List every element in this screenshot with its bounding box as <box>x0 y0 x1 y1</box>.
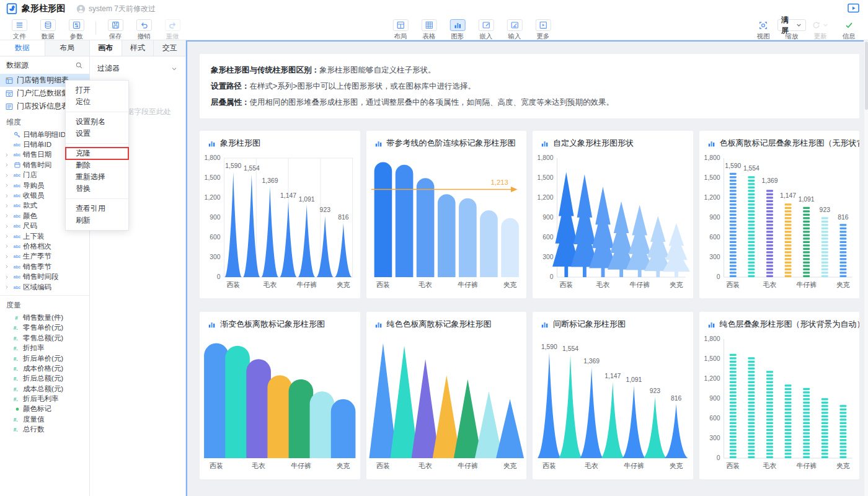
panel-tab-样式[interactable]: 样式 <box>122 40 154 56</box>
measure-field[interactable]: 颜色标记 <box>0 404 89 414</box>
search-icon[interactable] <box>75 61 83 69</box>
chart-card[interactable]: 色板离散标记层叠象形柱形图（无形状背03006009001,2001,5001,… <box>699 131 860 298</box>
toolbar-info-button[interactable]: 信息 <box>835 19 863 41</box>
chevron-right-icon[interactable] <box>4 275 11 280</box>
toolbar-view-button[interactable]: 视图 <box>749 19 777 41</box>
menu-item-替换[interactable]: 替换 <box>66 183 128 195</box>
toolbar-input-button[interactable]: 输入 <box>500 19 529 41</box>
svg-text:毛衣: 毛衣 <box>596 281 610 288</box>
toolbar-file-button[interactable]: 文件 <box>5 19 33 41</box>
svg-text:abc: abc <box>14 224 21 229</box>
chevron-right-icon[interactable] <box>4 224 11 229</box>
svg-text:1,091: 1,091 <box>299 196 315 203</box>
toolbar-redo-button[interactable]: 重做 <box>158 19 187 41</box>
svg-text:西装: 西装 <box>376 281 390 288</box>
dimension-field[interactable]: abc价格档次 <box>0 241 89 251</box>
chevron-down-icon[interactable] <box>170 65 178 73</box>
toolbar-update-button[interactable]: 更新 <box>806 19 835 41</box>
chevron-right-icon[interactable] <box>4 213 11 218</box>
measure-field[interactable]: #.成本总额(元) <box>0 384 89 394</box>
panel-tab-画布[interactable]: 画布 <box>90 40 122 56</box>
canvas-scrollbar[interactable] <box>864 40 868 496</box>
toolbar-more-button[interactable]: 更多 <box>529 19 557 41</box>
chevron-down-icon <box>795 22 802 29</box>
sidebar-tab-数据[interactable]: 数据 <box>0 40 45 56</box>
field-label: 销售时间段 <box>23 272 59 281</box>
abc-icon: abc <box>11 223 23 229</box>
measure-field[interactable]: #.折扣率 <box>0 343 89 353</box>
filter-row[interactable]: 过滤器 <box>90 56 185 79</box>
toolbar-data-button[interactable]: 数据 <box>33 19 62 41</box>
menu-item-克隆[interactable]: 克隆 <box>66 148 128 159</box>
chart-card[interactable]: 自定义象形柱形图形状03006009001,2001,5001,800西装毛衣牛… <box>533 131 693 298</box>
chevron-right-icon[interactable] <box>4 244 11 249</box>
toolbar-undo-button[interactable]: 撤销 <box>130 19 158 41</box>
toolbar-layout-button[interactable]: 布局 <box>386 19 415 41</box>
zoom-value-dropdown[interactable]: 满屏 <box>777 19 806 31</box>
chart-card[interactable]: 带参考线的色阶连续标记象形柱形图1,213西装毛衣牛仔裤夹克 <box>366 131 527 298</box>
measure-field[interactable]: #销售数量(件) <box>0 312 89 322</box>
chevron-right-icon[interactable] <box>4 173 11 178</box>
toolbar-embed-button[interactable]: 嵌入 <box>472 19 500 41</box>
chevron-right-icon[interactable] <box>4 153 11 157</box>
svg-text:600: 600 <box>709 234 720 241</box>
dimension-field[interactable]: abc上下装 <box>0 231 89 241</box>
hashdot-icon: #. <box>11 416 23 423</box>
chevron-right-icon[interactable] <box>4 285 11 290</box>
svg-text:#: # <box>15 315 18 321</box>
toolbar-item-label: 更多 <box>536 32 549 41</box>
toolbar-params-button[interactable]: 参数 <box>62 19 91 41</box>
toolbar-chart-button[interactable]: 图形 <box>443 19 472 41</box>
dimension-field[interactable]: abc区域编码 <box>0 282 89 292</box>
toolbar-save-button[interactable]: 保存 <box>101 19 130 41</box>
chart-card[interactable]: 纯色色板离散标记象形柱形图西装毛衣牛仔裤夹克 <box>366 312 527 479</box>
chevron-right-icon[interactable] <box>4 264 11 269</box>
svg-text:300: 300 <box>210 254 220 260</box>
menu-item-设置别名[interactable]: 设置别名 <box>66 116 128 128</box>
menu-item-查看引用[interactable]: 查看引用 <box>66 203 128 215</box>
chart-card[interactable]: 纯色层叠象形柱形图（形状背景为自动）03006009001,2001,5001,… <box>699 312 860 479</box>
dimension-field[interactable]: abc销售时间段 <box>0 272 89 281</box>
dimension-field[interactable]: abc生产季节 <box>0 252 89 262</box>
chevron-right-icon[interactable] <box>4 234 11 239</box>
menu-item-打开[interactable]: 打开 <box>66 84 128 96</box>
panel-tab-交互[interactable]: 交互 <box>154 40 185 56</box>
field-label: 销售数量(件) <box>23 313 63 322</box>
chart-card[interactable]: 间断标记象形柱形图1,5901,5541,3691,1471,091923816… <box>533 312 693 479</box>
chart-card[interactable]: 渐变色板离散标记象形柱形图西装毛衣牛仔裤夹克 <box>200 312 360 479</box>
menu-item-刷新[interactable]: 刷新 <box>66 215 128 226</box>
chevron-right-icon[interactable] <box>4 193 11 198</box>
hash-icon: # <box>11 314 23 321</box>
menu-item-设置[interactable]: 设置 <box>66 128 128 140</box>
chevron-right-icon[interactable] <box>4 203 11 208</box>
toolbar-table-button[interactable]: 表格 <box>415 19 443 41</box>
chart-title-icon <box>540 320 549 329</box>
design-canvas[interactable]: 象形柱形图与传统柱形图区别：象形柱形图能够自定义柱子形状。设置路径：在样式>系列… <box>186 40 868 496</box>
toolbar-zoom-button[interactable]: 满屏缩放 <box>777 19 806 41</box>
chevron-right-icon[interactable] <box>4 183 11 188</box>
chevron-right-icon[interactable] <box>4 254 11 259</box>
measure-field[interactable]: #.零售单价(元) <box>0 323 89 333</box>
scrollbar-thumb[interactable] <box>865 42 868 110</box>
measure-field[interactable]: #.度量值 <box>0 414 89 424</box>
measure-field[interactable]: #.零售总额(元) <box>0 333 89 343</box>
chart-card[interactable]: 象形柱形图03006009001,2001,5001,8001,5901,554… <box>200 131 360 298</box>
measure-field[interactable]: #.折后总额(元) <box>0 374 89 384</box>
menu-item-定位[interactable]: 定位 <box>66 96 128 108</box>
chevron-right-icon[interactable] <box>4 162 11 167</box>
svg-text:abc: abc <box>14 244 21 249</box>
abc-icon: abc <box>11 253 23 260</box>
menu-item-重新选择[interactable]: 重新选择 <box>66 171 128 183</box>
measure-field[interactable]: #.总行数 <box>0 425 89 435</box>
svg-text:1,213: 1,213 <box>490 179 508 186</box>
toolbar-center-group: 布局表格图形嵌入输入更多 <box>386 19 557 41</box>
sidebar-tab-布局[interactable]: 布局 <box>45 40 90 56</box>
measure-field[interactable]: #.折后毛利率 <box>0 394 89 404</box>
dimension-field[interactable]: abc销售季节 <box>0 262 89 272</box>
menu-item-删除[interactable]: 删除 <box>66 159 128 171</box>
measure-field[interactable]: #.折后单价(元) <box>0 353 89 363</box>
datasource-label: 门店销售明细表 <box>17 75 69 86</box>
measure-field[interactable]: #.成本价格(元) <box>0 363 89 373</box>
field-label: 收银员 <box>23 191 45 200</box>
preview-button[interactable] <box>848 3 859 14</box>
